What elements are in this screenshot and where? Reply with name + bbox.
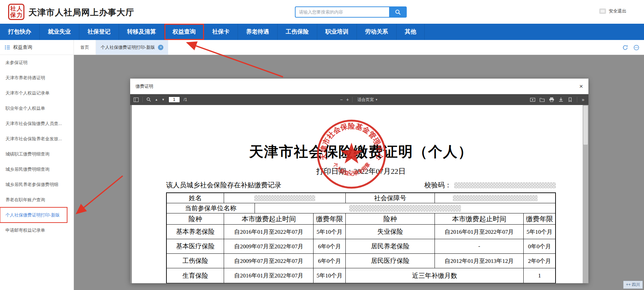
search-button[interactable] <box>389 6 407 18</box>
nav-item-shebaodengji[interactable]: 社保登记 <box>79 24 119 40</box>
ssn-label: 社会保障号 <box>346 193 435 203</box>
column-header: 本市缴费起止时间 <box>435 213 524 224</box>
table-row: 工伤保险 自2009年07月至2022年07月 6年0个月 居民医疗保险 自20… <box>167 254 555 268</box>
sidebar-item-yanglaodaiyu[interactable]: 天津市养老待遇证明 <box>0 70 74 85</box>
sidebar-item-zhiyenianjin[interactable]: 职业年金个人权益单 <box>0 101 74 116</box>
sidebar-item-jiaofeizhengming-active[interactable]: 个人社保缴费证明打印-新版 ☆ <box>0 207 67 223</box>
find-icon[interactable] <box>146 97 151 102</box>
cell: 5年10个月 <box>314 268 346 283</box>
bookmark-icon <box>568 97 572 102</box>
pdf-toolbar-right: » <box>530 97 588 102</box>
certificate-title: 天津市社会保险缴费证明（个人） <box>132 105 588 161</box>
cell: 自2009年07月至2022年07月 <box>224 239 314 253</box>
logo-char: 人 <box>17 6 22 12</box>
print-button[interactable] <box>549 97 554 102</box>
nav-item-laodongguanxi[interactable]: 劳动关系 <box>357 24 397 40</box>
name-label: 姓名 <box>167 193 224 203</box>
nav-item-gongshangbaoxian[interactable]: 工伤保险 <box>278 24 317 40</box>
sidebar-item-chengzhenzhigong[interactable]: 城镇职工缴费明细查询 <box>0 146 74 162</box>
nav-item-yanglaodaiyu[interactable]: 养老待遇 <box>238 24 278 40</box>
presentation-mode-icon <box>530 98 535 102</box>
tab-active[interactable]: 个人社保缴费证明打印-新版 × <box>96 40 168 55</box>
sidebar-list: 未参保证明 天津市养老待遇证明 天津市个人权益记录单 职业年金个人权益单 天津市… <box>0 55 74 238</box>
more-button[interactable] <box>633 45 639 50</box>
divider <box>352 97 353 102</box>
pdf-viewer: 天津市社会保险基金管理中心 个人权益记录专用章 天津市社会保险缴费证明（个人） … <box>130 105 588 283</box>
page-down-button[interactable]: ▼ <box>162 98 165 101</box>
column-header: 缴费年限 <box>314 213 346 224</box>
more-icon <box>633 45 639 50</box>
cell: 6年0个月 <box>314 239 346 253</box>
sidebar-item-quanyijilu[interactable]: 天津市个人权益记录单 <box>0 85 74 101</box>
nav-item-zhiyepeixun[interactable]: 职业培训 <box>317 24 357 40</box>
ime-indicator: ++ 四川 <box>623 281 643 289</box>
sidebar: 权益查询 未参保证明 天津市养老待遇证明 天津市个人权益记录单 职业年金个人权益… <box>0 40 74 290</box>
bookmark-button[interactable] <box>568 97 572 102</box>
logo-char: 保 <box>10 12 16 18</box>
sidebar-item-jiaofeirenyuan[interactable]: 天津市社会保险缴费人员查... <box>0 116 74 131</box>
cell: 6年0个月 <box>314 254 346 268</box>
employer-label: 当前参保单位名称 <box>167 203 255 213</box>
sidebar-item-zaizhinian[interactable]: 养老在职年账户查询 <box>0 192 74 207</box>
tab-home[interactable]: 首页 <box>74 40 96 55</box>
search-input[interactable] <box>295 6 389 18</box>
nav-item-qita[interactable]: 其他 <box>397 24 425 40</box>
cell: 近三年补缴月数 <box>346 268 524 283</box>
page-number-input[interactable] <box>168 97 180 103</box>
cell: 自2009年07月至2022年07月 <box>224 254 314 268</box>
ssn-redacted <box>453 195 538 201</box>
cell: 0年0个月 <box>524 239 555 253</box>
search-icon <box>395 9 401 15</box>
scrollbar-thumb[interactable] <box>583 106 588 145</box>
tab-actions <box>622 40 639 55</box>
tab-bar: 首页 个人社保缴费证明打印-新版 × <box>74 40 644 55</box>
divider <box>577 97 577 102</box>
sidebar-title: 权益查询 <box>13 44 32 50</box>
modal-close-icon[interactable]: × <box>579 83 583 89</box>
presentation-mode-button[interactable] <box>530 98 535 102</box>
refresh-icon <box>622 45 628 50</box>
logout-button[interactable]: 安全退出 <box>599 8 626 14</box>
cell: 自2016年01月至2022年07月 <box>224 268 314 283</box>
app-logo-icon: 社 人 保 力 <box>8 4 24 20</box>
zoom-out-button[interactable]: − <box>340 97 343 102</box>
cell: - <box>435 239 524 253</box>
cell: 基本医疗保险 <box>167 239 224 253</box>
table-row: 基本养老保险 自2016年01月至2022年07月 5年10个月 失业保险 自2… <box>167 225 555 239</box>
print-icon <box>549 97 554 102</box>
zoom-mode-select[interactable]: 适合页宽 ▾ <box>356 96 379 103</box>
table-header-row: 险种 本市缴费起止时间 缴费年限 险种 本市缴费起止时间 缴费年限 <box>167 213 555 225</box>
toolbar-overflow-button[interactable]: » <box>582 97 584 102</box>
pdf-scrollbar[interactable] <box>583 105 588 283</box>
sidebar-item-youjiquanyi[interactable]: 申请邮寄权益记录单 <box>0 223 74 238</box>
column-header: 本市缴费起止时间 <box>224 213 314 224</box>
table-row: 姓名 社会保障号 <box>167 193 555 203</box>
sidebar-item-yanglaojinfafang[interactable]: 天津市社会保险养老金发放... <box>0 131 74 146</box>
open-file-button[interactable] <box>540 98 545 102</box>
refresh-button[interactable] <box>622 45 628 50</box>
cell: 居民养老保险 <box>346 239 435 253</box>
cell: 自2016年01月至2022年07月 <box>435 225 524 239</box>
column-header: 缴费年限 <box>524 213 555 224</box>
zoom-in-button[interactable]: + <box>346 97 349 102</box>
zoom-in-icon: + <box>346 97 349 102</box>
print-date: 打印日期：2022年07月22日 <box>132 166 588 177</box>
pdf-toolbar: ▲ ▼ /1 − + 适合页宽 ▾ <box>130 94 588 105</box>
nav-item-shebaoka[interactable]: 社保卡 <box>204 24 238 40</box>
nav-item-jiuyeshiye[interactable]: 就业失业 <box>40 24 79 40</box>
list-menu-icon <box>5 45 10 50</box>
sidebar-toggle-icon[interactable] <box>134 98 139 102</box>
download-button[interactable] <box>559 97 563 102</box>
sidebar-item-wucanbao[interactable]: 未参保证明 <box>0 55 74 70</box>
page-up-button[interactable]: ▲ <box>155 98 158 101</box>
cell: 5年10个月 <box>314 225 346 239</box>
tab-close-icon[interactable]: × <box>158 45 163 50</box>
nav-item-dabaokuaiban[interactable]: 打包快办 <box>0 24 40 40</box>
pdf-toolbar-center: − + 适合页宽 ▾ <box>340 96 379 103</box>
sidebar-item-chengxiangjumin[interactable]: 城乡居民缴费明细查询 <box>0 162 74 177</box>
ssn-value <box>435 193 555 203</box>
nav-item-zhuanyijiqingsuan[interactable]: 转移及清算 <box>119 24 164 40</box>
checksum-redacted <box>454 182 556 188</box>
sidebar-item-chengxiangyanglao[interactable]: 城乡居民养老参保缴费明细 <box>0 177 74 192</box>
nav-item-quanyichaxun[interactable]: 权益查询 <box>164 24 204 40</box>
